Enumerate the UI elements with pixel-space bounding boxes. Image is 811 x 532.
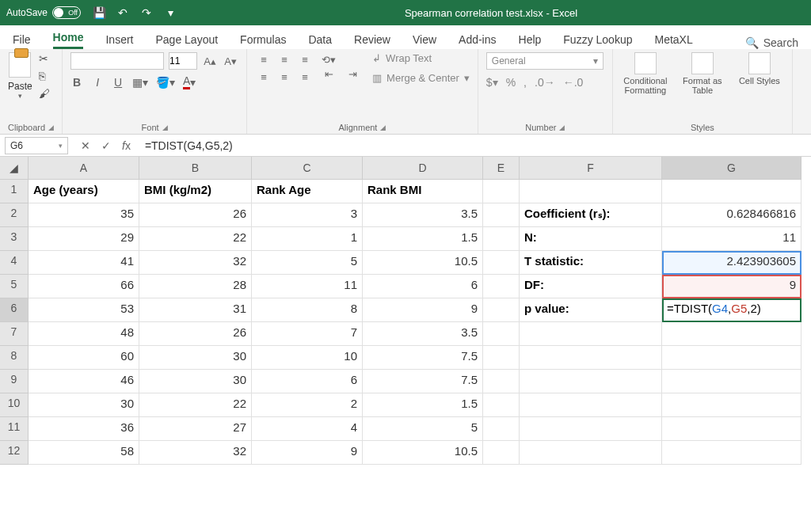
cell[interactable] bbox=[483, 370, 520, 393]
cell[interactable]: N: bbox=[520, 227, 662, 251]
chevron-down-icon[interactable]: ▾ bbox=[18, 92, 22, 100]
cell[interactable]: Age (years) bbox=[29, 180, 139, 203]
cell[interactable]: 7.5 bbox=[363, 346, 483, 370]
cell[interactable]: 6 bbox=[252, 370, 363, 393]
dialog-launcher-icon[interactable]: ◢ bbox=[162, 124, 168, 131]
paste-button[interactable]: Paste ▾ bbox=[8, 52, 32, 100]
font-name-select[interactable] bbox=[70, 52, 164, 70]
cell[interactable] bbox=[483, 251, 520, 275]
cell[interactable]: 29 bbox=[29, 227, 139, 251]
font-size-select[interactable] bbox=[169, 52, 197, 70]
dialog-launcher-icon[interactable]: ◢ bbox=[380, 124, 386, 131]
increase-decimal-icon[interactable]: .0→ bbox=[535, 76, 555, 89]
conditional-formatting-button[interactable]: Conditional Formatting bbox=[621, 52, 670, 95]
col-header-F[interactable]: F bbox=[520, 157, 662, 180]
cell[interactable]: 0.628466816 bbox=[662, 203, 801, 227]
cell[interactable] bbox=[662, 180, 801, 203]
qat-dropdown-icon[interactable]: ▾ bbox=[163, 6, 177, 20]
font-color-icon[interactable]: A▾ bbox=[183, 74, 196, 89]
tab-page-layout[interactable]: Page Layout bbox=[155, 33, 218, 49]
row-header[interactable]: 12 bbox=[0, 441, 29, 465]
enter-formula-icon[interactable]: ✓ bbox=[101, 139, 111, 152]
cell[interactable] bbox=[483, 322, 520, 346]
cell[interactable]: 27 bbox=[139, 417, 252, 441]
cell[interactable]: 11 bbox=[662, 227, 801, 251]
fill-color-icon[interactable]: 🪣▾ bbox=[156, 76, 175, 89]
toggle-switch[interactable]: Off bbox=[52, 6, 81, 19]
row-header[interactable]: 1 bbox=[0, 180, 29, 203]
increase-font-icon[interactable]: A▴ bbox=[202, 53, 218, 69]
row-header[interactable]: 6 bbox=[0, 298, 29, 322]
cell[interactable] bbox=[483, 227, 520, 251]
underline-icon[interactable]: U bbox=[112, 76, 124, 89]
cell[interactable]: 32 bbox=[139, 251, 252, 275]
cell[interactable]: 36 bbox=[29, 417, 139, 441]
cell[interactable]: 6 bbox=[363, 275, 483, 298]
cell[interactable]: 1.5 bbox=[363, 393, 483, 417]
cell[interactable] bbox=[520, 393, 662, 417]
cell[interactable]: 9 bbox=[252, 441, 363, 465]
cell[interactable]: 28 bbox=[139, 275, 252, 298]
align-top-icon[interactable]: ≡ bbox=[255, 52, 272, 66]
tab-view[interactable]: View bbox=[413, 33, 436, 49]
cell[interactable] bbox=[483, 180, 520, 203]
decrease-font-icon[interactable]: A▾ bbox=[223, 53, 238, 69]
cell[interactable]: 41 bbox=[29, 251, 139, 275]
select-all-corner[interactable]: ◢ bbox=[0, 157, 29, 180]
row-header[interactable]: 4 bbox=[0, 251, 29, 275]
cell[interactable]: 53 bbox=[29, 298, 139, 322]
col-header-C[interactable]: C bbox=[252, 157, 363, 180]
align-right-icon[interactable]: ≡ bbox=[296, 70, 314, 84]
save-icon[interactable]: 💾 bbox=[92, 6, 106, 20]
cell[interactable] bbox=[520, 417, 662, 441]
cell-styles-button[interactable]: Cell Styles bbox=[735, 52, 784, 95]
cell[interactable]: BMI (kg/m2) bbox=[139, 180, 252, 203]
italic-icon[interactable]: I bbox=[91, 76, 104, 89]
cell[interactable] bbox=[483, 346, 520, 370]
cell[interactable] bbox=[662, 393, 801, 417]
undo-icon[interactable]: ↶ bbox=[116, 6, 130, 20]
merge-center-button[interactable]: ▥Merge & Center ▾ bbox=[372, 72, 470, 84]
cell[interactable] bbox=[520, 370, 662, 393]
cell[interactable]: 3 bbox=[252, 203, 363, 227]
row-header[interactable]: 8 bbox=[0, 346, 29, 370]
fx-icon[interactable]: fx bbox=[122, 139, 131, 152]
dialog-launcher-icon[interactable]: ◢ bbox=[48, 124, 54, 131]
cell[interactable]: 5 bbox=[252, 251, 363, 275]
align-left-icon[interactable]: ≡ bbox=[255, 70, 272, 84]
cell[interactable]: 1.5 bbox=[363, 227, 483, 251]
cell[interactable]: DF: bbox=[520, 275, 662, 298]
cell[interactable] bbox=[483, 393, 520, 417]
cell[interactable]: 26 bbox=[139, 322, 252, 346]
row-header[interactable]: 3 bbox=[0, 227, 29, 251]
cell[interactable]: 10 bbox=[252, 346, 363, 370]
tab-help[interactable]: Help bbox=[519, 33, 542, 49]
cell[interactable]: 32 bbox=[139, 441, 252, 465]
tab-formulas[interactable]: Formulas bbox=[240, 33, 286, 49]
cell[interactable] bbox=[520, 346, 662, 370]
cell[interactable] bbox=[483, 298, 520, 322]
cell[interactable]: Coefficient (rₛ): bbox=[520, 203, 662, 227]
cell[interactable] bbox=[662, 346, 801, 370]
cell[interactable]: 30 bbox=[29, 393, 139, 417]
border-icon[interactable]: ▦▾ bbox=[132, 76, 148, 89]
copy-icon[interactable]: ⎘ bbox=[39, 70, 50, 82]
cell[interactable]: 5 bbox=[363, 417, 483, 441]
row-header[interactable]: 7 bbox=[0, 322, 29, 346]
cell[interactable]: 35 bbox=[29, 203, 139, 227]
align-bottom-icon[interactable]: ≡ bbox=[296, 52, 314, 66]
cell[interactable]: 3.5 bbox=[363, 322, 483, 346]
tab-insert[interactable]: Insert bbox=[105, 33, 133, 49]
cell[interactable]: 2 bbox=[252, 393, 363, 417]
autosave-toggle[interactable]: AutoSave Off bbox=[6, 6, 81, 19]
row-header[interactable]: 10 bbox=[0, 393, 29, 417]
cell[interactable] bbox=[662, 417, 801, 441]
cell[interactable]: 26 bbox=[139, 203, 252, 227]
wrap-text-button[interactable]: ↲Wrap Text bbox=[372, 52, 470, 64]
cut-icon[interactable]: ✂ bbox=[39, 52, 50, 65]
cell-formula-ref[interactable]: 9 bbox=[662, 275, 801, 298]
cell[interactable]: Rank Age bbox=[252, 180, 363, 203]
formula-input[interactable]: =TDIST(G4,G5,2) bbox=[139, 138, 811, 154]
increase-indent-icon[interactable]: ⇥ bbox=[344, 66, 361, 81]
bold-icon[interactable]: B bbox=[70, 76, 83, 89]
